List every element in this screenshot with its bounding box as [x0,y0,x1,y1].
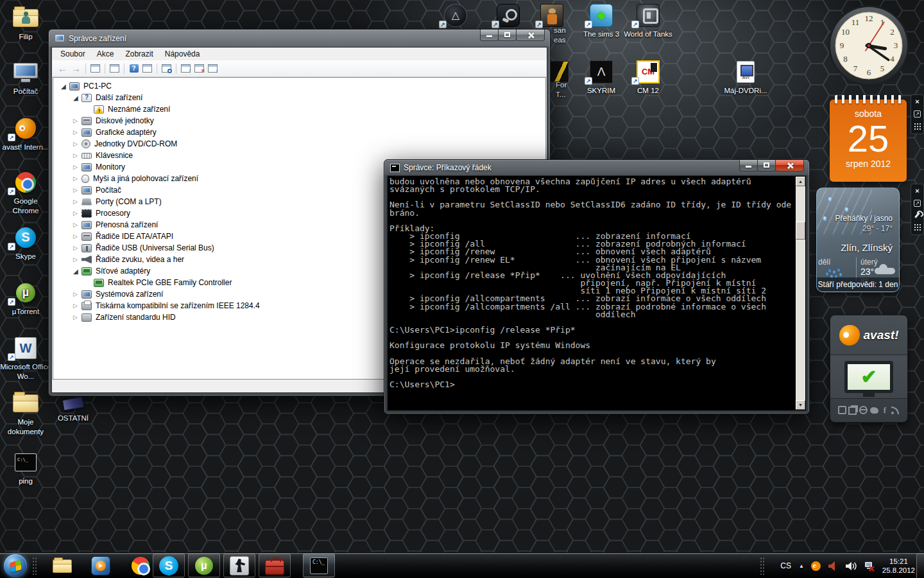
copy-icon[interactable] [848,407,857,415]
expander-icon[interactable]: ▷ [73,141,81,147]
maximize-button[interactable] [498,30,517,41]
update-driver-button[interactable]: ↑ [179,62,193,75]
avast-tray-icon[interactable] [810,561,821,572]
forward-button[interactable]: → [69,62,83,75]
facebook-icon[interactable]: f [881,406,889,414]
network-tray-icon[interactable] [864,561,876,572]
uninstall-button[interactable]: × [193,62,206,75]
tree-item-pc1-pc[interactable]: ◢PC1-PC [53,80,545,92]
start-button[interactable] [4,554,27,577]
desktop-icon-skyrim[interactable]: Λ↗ SKYRIM [576,59,627,96]
expander-icon[interactable]: ▷ [73,210,81,216]
desktop-icon-sims3[interactable]: ◆↗ The sims 3 [576,3,627,39]
audio-manager-tray-icon[interactable] [828,561,839,572]
command-prompt-window[interactable]: Správce: Příkazový řádek budou uvolněna … [384,159,810,414]
clock-gadget[interactable]: 12 1 2 3 4 5 6 7 8 9 10 11 [827,4,911,87]
expander-icon[interactable]: ▷ [73,233,81,240]
volume-tray-icon[interactable] [845,561,857,572]
menu-soubor[interactable]: Soubor [55,48,91,60]
expander-icon[interactable]: ◢ [61,83,69,90]
taskbar-explorer[interactable] [51,556,73,575]
desktop-icon-utorrent[interactable]: µ↗ µTorrent [0,280,51,317]
expander-icon[interactable]: ▷ [73,256,81,263]
larger-size-icon[interactable]: ↗ [914,110,921,118]
expander-icon[interactable]: ▷ [73,118,81,124]
taskbar-utorrent[interactable]: µ [188,554,220,577]
weather-gadget[interactable]: Přeháňky / jasno 29° - 17° Zlín, Zlínský… [816,188,900,292]
device-manager-titlebar[interactable]: Správce zařízení [49,30,550,47]
menu-akce[interactable]: Akce [91,48,120,60]
expander-icon[interactable]: ▷ [73,245,81,251]
expander-icon[interactable]: ◢ [73,94,81,101]
expander-icon[interactable]: ▷ [73,129,81,136]
tray-grip[interactable] [760,557,765,575]
help-button[interactable]: ? [127,62,141,75]
show-desktop-button[interactable] [916,553,924,578]
expander-icon[interactable]: ▷ [73,198,81,205]
avast-gadget[interactable]: avast! ✔ f [830,315,908,423]
menu-zobrazit[interactable]: Zobrazit [119,48,158,60]
scroll-up-button[interactable]: ▲ [796,177,805,186]
minimize-button[interactable] [480,30,499,41]
expander-icon[interactable]: ▷ [73,187,81,193]
calendar-gadget[interactable]: sobota 25 srpen 2012 [830,100,907,182]
taskbar-chrome[interactable] [130,556,151,575]
close-icon[interactable]: × [915,188,919,195]
desktop-icon-moje-dokumenty[interactable]: Moje dokumenty [0,390,51,436]
expander-icon[interactable]: ▷ [73,291,81,297]
desktop-icon-skype[interactable]: S↗ Skype [0,225,51,261]
taskbar-skype[interactable]: S [153,554,185,577]
expander-icon[interactable]: ▷ [73,314,81,320]
taskbar-command-prompt[interactable]: C:\_ [303,554,335,577]
expander-icon[interactable]: ▷ [73,222,81,228]
tree-item-dalsi-zarizeni[interactable]: ◢?Další zařízení [53,92,545,103]
desktop-icon-ostatni[interactable]: OSTATNÍ [47,394,99,423]
drag-handle-icon[interactable] [914,223,921,231]
window-icon[interactable] [838,406,846,414]
scrollbar[interactable]: ▲ ▼ [796,177,805,410]
menu-napoveda[interactable]: Nápověda [159,48,206,60]
scrollbar-thumb[interactable] [796,222,805,240]
taskbar-media-player[interactable]: ▶ [90,556,112,575]
scan-hardware-button[interactable] [160,62,173,75]
close-icon[interactable]: × [915,98,919,105]
drag-handle-icon[interactable] [914,123,921,130]
desktop-icon-ping[interactable]: C:\_ ping [0,450,51,486]
rss-icon[interactable] [891,406,900,414]
expander-icon[interactable]: ▷ [73,175,81,182]
show-hidden-icons[interactable]: ▲ [799,563,804,569]
desktop-icon-avast[interactable]: ↗ avast! Intern... [0,116,51,152]
desktop-icon-cm12[interactable]: CM↗ CM 12 [622,59,674,96]
taskbar-toolbox[interactable] [259,554,291,577]
tree-item-dvd[interactable]: ▷Jednotky DVD/CD-ROM [53,138,545,150]
twitter-icon[interactable] [870,407,878,414]
minimize-button[interactable] [739,160,758,171]
expander-icon[interactable]: ▷ [73,152,81,159]
show-hidden-button[interactable] [141,62,154,75]
expander-icon[interactable]: ◢ [73,268,81,275]
wrench-icon[interactable] [914,212,920,218]
expander-icon[interactable]: ▷ [73,302,81,309]
desktop-icon-word[interactable]: W↗ Microsoft Office Wo... [0,335,51,381]
close-button[interactable] [775,160,804,171]
tree-item-diskove-jednotky[interactable]: ▷Diskové jednotky [53,115,545,127]
desktop-icon-pocitac[interactable]: Počítač [0,60,51,96]
expander-icon[interactable]: ▷ [73,164,81,170]
tree-item-nezname-zarizeni[interactable]: !Neznámé zařízení [53,103,545,115]
scroll-down-button[interactable]: ▼ [796,400,805,410]
show-console-tree-button[interactable] [89,62,102,75]
tree-item-graficke-adaptery[interactable]: ▷Grafické adaptéry [53,127,545,138]
desktop-icon-wot[interactable]: ↗ World of Tanks [622,3,674,39]
desktop-icon-unknown-1[interactable]: △↗ [430,3,481,30]
maximize-button[interactable] [757,160,776,171]
globe-icon[interactable] [859,406,868,414]
desktop-icon-chrome[interactable]: ↗ Google Chrome [0,170,51,215]
tray-clock[interactable]: 15:21 25.8.2012 [882,557,915,575]
desktop-icon-avi-file[interactable]: AVI Máj-DVDRi... [720,59,771,96]
close-button[interactable] [516,30,545,41]
taskbar-grip[interactable] [32,557,37,575]
properties-button[interactable] [108,62,121,75]
console-area[interactable]: budou uvolněna nebo obnovena všechna zap… [387,175,807,411]
smaller-size-icon[interactable]: ↗ [914,200,921,207]
desktop-icon-filip[interactable]: Filip [0,5,51,42]
